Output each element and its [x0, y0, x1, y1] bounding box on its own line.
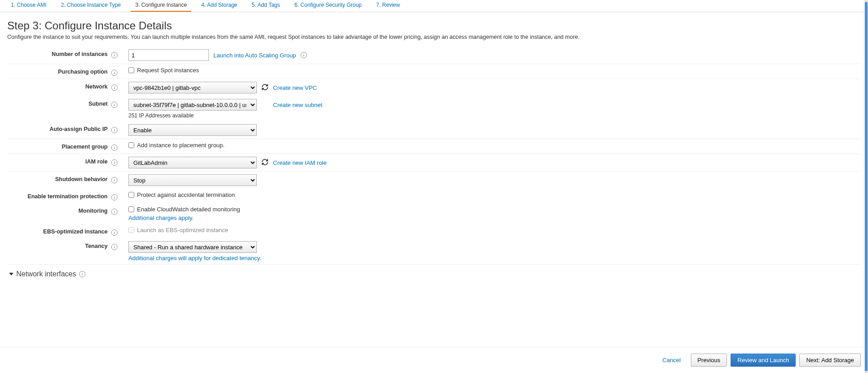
info-icon[interactable]: i	[111, 194, 118, 200]
spot-checkbox[interactable]	[128, 67, 134, 73]
tab-review[interactable]: 7. Review	[372, 0, 405, 12]
tab-add-storage[interactable]: 4. Add Storage	[197, 0, 241, 12]
info-icon[interactable]: i	[111, 52, 118, 58]
subnet-note: 251 IP Addresses available	[128, 112, 857, 119]
launch-asg-link[interactable]: Launch into Auto Scaling Group	[213, 52, 296, 59]
label-network: Network	[7, 79, 111, 97]
label-placement: Placement group	[7, 139, 111, 154]
info-icon[interactable]: i	[111, 70, 118, 76]
page-description: Configure the instance to suit your requ…	[7, 34, 861, 40]
label-tenancy: Tenancy	[7, 238, 111, 265]
num-instances-input[interactable]	[128, 49, 209, 61]
refresh-icon[interactable]	[261, 84, 269, 92]
scrollbar[interactable]	[864, 0, 868, 349]
info-icon[interactable]: i	[111, 177, 118, 183]
scrollbar-thumb[interactable]	[865, 2, 868, 349]
tab-add-tags[interactable]: 5. Add Tags	[247, 0, 285, 12]
placement-label: Add instance to placement group.	[137, 142, 225, 149]
label-auto-ip: Auto-assign Public IP	[7, 121, 111, 139]
info-icon[interactable]: i	[111, 84, 118, 91]
ebs-label: Launch as EBS-optimized instance	[137, 227, 228, 233]
tab-configure-instance[interactable]: 3. Configure Instance	[131, 0, 191, 12]
info-icon[interactable]: i	[111, 127, 118, 133]
monitoring-charges-link[interactable]: Additional charges apply.	[128, 214, 193, 221]
info-icon[interactable]: i	[301, 52, 307, 58]
tab-choose-ami[interactable]: 1. Choose AMI	[6, 0, 51, 12]
page-title: Step 3: Configure Instance Details	[7, 19, 861, 32]
network-select[interactable]: vpc-9842b1e0 | gitlab-vpc	[128, 82, 257, 93]
label-iam: IAM role	[7, 154, 111, 172]
info-icon[interactable]: i	[111, 145, 118, 151]
spot-label: Request Spot instances	[137, 67, 199, 74]
info-icon[interactable]: i	[79, 271, 85, 277]
tenancy-charges-link[interactable]: Additional charges will apply for dedica…	[128, 255, 261, 261]
info-icon[interactable]: i	[111, 244, 118, 250]
iam-select[interactable]: GitLabAdmin	[128, 157, 257, 168]
create-iam-link[interactable]: Create new IAM role	[273, 159, 327, 166]
tenancy-select[interactable]: Shared - Run a shared hardware instance	[128, 241, 257, 253]
refresh-icon[interactable]	[261, 159, 269, 167]
shutdown-select[interactable]: Stop	[128, 174, 257, 186]
tab-choose-instance-type[interactable]: 2. Choose Instance Type	[57, 0, 126, 12]
ebs-checkbox	[128, 227, 134, 233]
termination-checkbox[interactable]	[128, 192, 134, 198]
wizard-tabs: 1. Choose AMI 2. Choose Instance Type 3.…	[0, 0, 868, 12]
tab-security-group[interactable]: 6. Configure Security Group	[290, 0, 366, 12]
wizard-footer: Cancel Previous Review and Launch Next: …	[0, 347, 868, 349]
auto-ip-select[interactable]: Enable	[128, 124, 257, 136]
monitoring-label: Enable CloudWatch detailed monitoring	[137, 206, 240, 213]
info-icon[interactable]: i	[111, 102, 118, 108]
monitoring-checkbox[interactable]	[128, 206, 134, 212]
network-interfaces-toggle[interactable]: Network interfaces i	[7, 265, 861, 284]
label-purchasing: Purchasing option	[7, 64, 111, 79]
create-vpc-link[interactable]: Create new VPC	[273, 84, 317, 91]
configure-form: Number of instances i Launch into Auto S…	[7, 47, 861, 265]
label-termination: Enable termination protection	[7, 189, 111, 203]
caret-down-icon	[9, 273, 14, 275]
label-subnet: Subnet	[7, 96, 111, 121]
info-icon[interactable]: i	[111, 209, 118, 215]
network-interfaces-title: Network interfaces	[16, 270, 76, 278]
termination-label: Protect against accidental termination	[137, 191, 235, 198]
label-monitoring: Monitoring	[7, 203, 111, 224]
label-num-instances: Number of instances	[7, 47, 111, 64]
label-shutdown: Shutdown behavior	[7, 172, 111, 189]
info-icon[interactable]: i	[111, 159, 118, 166]
placement-checkbox[interactable]	[128, 142, 134, 148]
info-icon[interactable]: i	[111, 229, 118, 236]
subnet-select[interactable]: subnet-35f79f7e | gitlab-subnet-10.0.0.0…	[128, 99, 257, 111]
label-ebs: EBS-optimized instance	[7, 224, 111, 238]
create-subnet-link[interactable]: Create new subnet	[273, 102, 322, 108]
